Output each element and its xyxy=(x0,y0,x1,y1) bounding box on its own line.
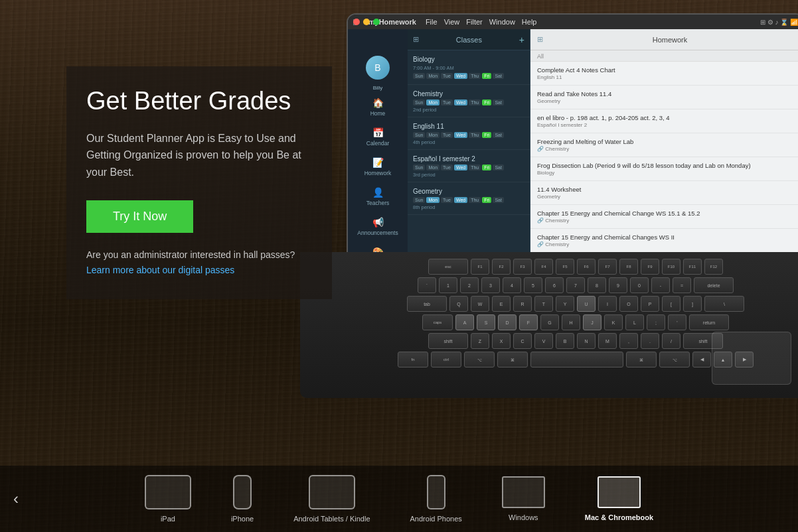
key-f8: F8 xyxy=(619,259,638,275)
key-f9: F9 xyxy=(641,259,659,275)
key-semicolon: ; xyxy=(647,314,665,330)
chemistry-name: Chemistry xyxy=(413,90,524,98)
subtext: Our Student Planner App is Easy to Use a… xyxy=(86,130,312,181)
key-quote: ' xyxy=(668,314,686,330)
menu-view[interactable]: View xyxy=(444,18,460,26)
classes-filter-icon[interactable]: ⊞ xyxy=(413,35,419,44)
hw-item-6[interactable]: 11.4 Worksheet Geometry xyxy=(530,181,798,205)
device-mac[interactable]: Mac & Chromebook xyxy=(585,476,653,521)
hw-subject-1: English 11 xyxy=(537,74,797,80)
minimize-button[interactable] xyxy=(363,19,370,25)
sidebar-item-homework[interactable]: 📝 Homework xyxy=(351,153,404,180)
headline: Get Better Grades xyxy=(86,86,312,117)
device-android-phone[interactable]: Android Phones xyxy=(410,475,462,523)
sidebar-item-home[interactable]: 🏠 Home xyxy=(351,94,404,121)
class-geometry[interactable]: Geometry Sun Mon Tue Wed Thu Fri Sat 8th… xyxy=(408,182,530,215)
hw-item-1[interactable]: Complete Act 4 Notes Chart English 11 xyxy=(530,62,798,86)
hw-subject-3: Español I semester 2 xyxy=(537,122,797,128)
hw-section-all: All xyxy=(530,50,798,62)
espanol-days: Sun Mon Tue Wed Thu Fri Sat xyxy=(413,165,524,170)
home-icon: 🏠 xyxy=(372,98,384,108)
key-k: K xyxy=(604,314,623,330)
class-espanol[interactable]: Español I semester 2 Sun Mon Tue Wed Thu… xyxy=(408,150,530,182)
android-tablet-icon xyxy=(309,475,355,509)
biology-time: 7:00 AM - 9:00 AM xyxy=(413,65,524,71)
espanol-name: Español I semester 2 xyxy=(413,155,524,163)
key-cmd-l: ⌘ xyxy=(497,352,528,367)
key-1: 1 xyxy=(439,277,457,293)
class-biology[interactable]: Biology 7:00 AM - 9:00 AM Sun Mon Tue We… xyxy=(408,50,530,85)
key-w: W xyxy=(471,296,489,312)
hw-subject-4: 🔗 Chemistry xyxy=(537,146,797,152)
menu-items: File View Filter Window Help xyxy=(426,18,537,26)
mac-label: Mac & Chromebook xyxy=(585,513,653,521)
hw-filter-icon[interactable]: ⊞ xyxy=(537,35,543,44)
geometry-period: 8th period xyxy=(413,204,524,210)
hw-subject-8: 🔗 Chemistry xyxy=(537,241,797,247)
key-lbracket: [ xyxy=(662,296,680,312)
hw-item-7[interactable]: Chapter 15 Energy and Chemical Change WS… xyxy=(530,205,798,229)
device-ipad[interactable]: iPad xyxy=(145,475,191,523)
sidebar-item-announcements[interactable]: 📢 Announcements xyxy=(351,213,404,240)
key-x: X xyxy=(492,333,511,349)
key-q: Q xyxy=(449,296,468,312)
hw-title-8: Chapter 15 Energy and Chemical Changes W… xyxy=(537,233,797,241)
carousel-prev-arrow[interactable]: ‹ xyxy=(13,490,19,508)
device-carousel: ‹ iPad iPhone Android Tablets / Kindle A… xyxy=(0,466,798,532)
key-f10: F10 xyxy=(662,259,680,275)
key-s: S xyxy=(477,314,495,330)
classes-title: Classes xyxy=(456,36,482,44)
cta-button[interactable]: Try It Now xyxy=(86,200,193,233)
device-windows[interactable]: Windows xyxy=(502,476,545,521)
key-9: 9 xyxy=(609,277,627,293)
key-p: P xyxy=(641,296,659,312)
key-fn: fn xyxy=(398,352,428,367)
trackpad[interactable] xyxy=(712,332,791,385)
homework-title: Homework xyxy=(653,36,688,44)
key-f1: F1 xyxy=(471,259,489,275)
key-c: C xyxy=(513,333,532,349)
menu-filter[interactable]: Filter xyxy=(466,18,482,26)
key-rbracket: ] xyxy=(683,296,702,312)
hw-item-2[interactable]: Read and Take Notes 11.4 Geometry xyxy=(530,86,798,109)
traffic-lights xyxy=(348,15,385,29)
key-z: Z xyxy=(471,333,489,349)
menu-file[interactable]: File xyxy=(426,18,438,26)
key-r: R xyxy=(513,296,532,312)
key-5: 5 xyxy=(524,277,542,293)
key-o: O xyxy=(619,296,638,312)
class-chemistry[interactable]: Chemistry Sun Mon Tue Wed Thu Fri Sat 2n… xyxy=(408,85,530,117)
hw-subject-6: Geometry xyxy=(537,194,797,200)
classes-add-icon[interactable]: + xyxy=(519,34,524,45)
device-android-tablet[interactable]: Android Tablets / Kindle xyxy=(293,475,370,523)
menubar-icons: ⊞ ⚙ ♪ ⌛ 📶 xyxy=(760,19,798,26)
key-i: I xyxy=(598,296,617,312)
passes-link[interactable]: Learn more about our digital passes xyxy=(86,265,234,275)
key-alt: ⌥ xyxy=(464,352,495,367)
key-caps: caps xyxy=(422,314,453,330)
avatar: B xyxy=(366,56,390,80)
key-l: L xyxy=(625,314,644,330)
hw-item-3[interactable]: en el libro - p. 198 act. 1, p. 204-205 … xyxy=(530,109,798,133)
hw-title-3: en el libro - p. 198 act. 1, p. 204-205 … xyxy=(537,114,797,121)
english11-name: English 11 xyxy=(413,123,524,130)
hw-item-8[interactable]: Chapter 15 Energy and Chemical Changes W… xyxy=(530,229,798,253)
key-backtick: ` xyxy=(418,277,436,293)
laptop:  myHomework File View Filter Window Hel… xyxy=(333,13,798,398)
hw-item-5[interactable]: Frog Dissection Lab (Period 9 will do 5/… xyxy=(530,157,798,181)
maximize-button[interactable] xyxy=(373,19,380,25)
sidebar-item-calendar[interactable]: 📅 Calendar xyxy=(351,123,404,151)
device-iphone[interactable]: iPhone xyxy=(231,475,254,523)
biology-name: Biology xyxy=(413,56,524,63)
sidebar-homework-label: Homework xyxy=(364,170,392,176)
ipad-icon xyxy=(145,475,191,509)
hw-item-4[interactable]: Freezing and Melting of Water Lab 🔗 Chem… xyxy=(530,133,798,157)
class-english11[interactable]: English 11 Sun Mon Tue Wed Thu Fri Sat 4… xyxy=(408,117,530,150)
teachers-icon: 👤 xyxy=(372,187,384,198)
menu-help[interactable]: Help xyxy=(522,18,537,26)
key-v: V xyxy=(534,333,553,349)
key-backslash: \ xyxy=(704,296,744,312)
menu-window[interactable]: Window xyxy=(489,18,515,26)
close-button[interactable] xyxy=(353,19,360,25)
sidebar-item-teachers[interactable]: 👤 Teachers xyxy=(351,183,404,210)
